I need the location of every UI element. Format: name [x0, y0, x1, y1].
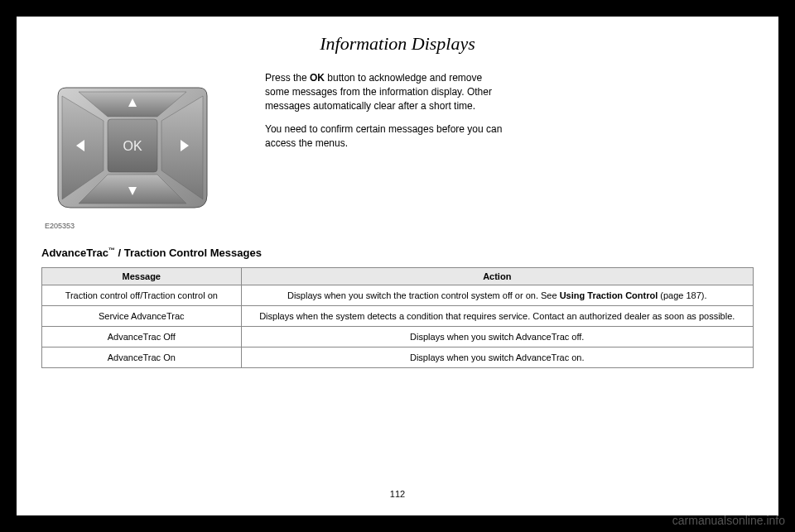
heading-tm: ™	[108, 247, 115, 254]
intro-paragraph-1: Press the OK button to acknowledge and r…	[265, 71, 505, 113]
top-content-row: OK E205353 Press the OK button to acknow…	[41, 71, 754, 230]
dpad-illustration: OK	[41, 71, 224, 220]
heading-suffix: / Traction Control Messages	[115, 247, 262, 259]
intro-text-block: Press the OK button to acknowledge and r…	[265, 71, 505, 230]
cell-message: AdvanceTrac On	[42, 347, 242, 368]
intro-p1-bold: OK	[310, 72, 325, 84]
page-number: 112	[17, 489, 778, 499]
image-reference-label: E205353	[45, 222, 240, 230]
cell-message: Traction control off/Traction control on	[42, 285, 242, 306]
cell-message: AdvanceTrac Off	[42, 327, 242, 347]
ok-button-figure: OK E205353	[41, 71, 240, 230]
cell-action: Displays when you switch the traction co…	[241, 285, 753, 306]
intro-paragraph-2: You need to confirm certain messages bef…	[265, 122, 505, 151]
page-title: Information Displays	[41, 33, 754, 55]
messages-table: Message Action Traction control off/Trac…	[41, 267, 754, 368]
manual-page: Information Displays	[17, 17, 778, 515]
cell-action: Displays when you switch AdvanceTrac on.	[241, 347, 753, 368]
table-row: Traction control off/Traction control on…	[42, 285, 754, 306]
watermark: carmanualsonline.info	[672, 514, 785, 527]
table-header-action: Action	[241, 268, 753, 285]
cell-message: Service AdvanceTrac	[42, 306, 242, 327]
table-row: Service AdvanceTrac Displays when the sy…	[42, 306, 754, 327]
cell-action: Displays when you switch AdvanceTrac off…	[241, 327, 753, 347]
ok-button-label: OK	[123, 139, 142, 153]
table-row: AdvanceTrac Off Displays when you switch…	[42, 327, 754, 347]
table-row: AdvanceTrac On Displays when you switch …	[42, 347, 754, 368]
table-header-message: Message	[42, 268, 242, 285]
heading-prefix: AdvanceTrac	[41, 247, 108, 259]
section-heading: AdvanceTrac™ / Traction Control Messages	[41, 247, 754, 259]
cell-action: Displays when the system detects a condi…	[241, 306, 753, 327]
intro-p1-before: Press the	[265, 72, 310, 84]
dpad-svg: OK	[41, 71, 224, 220]
